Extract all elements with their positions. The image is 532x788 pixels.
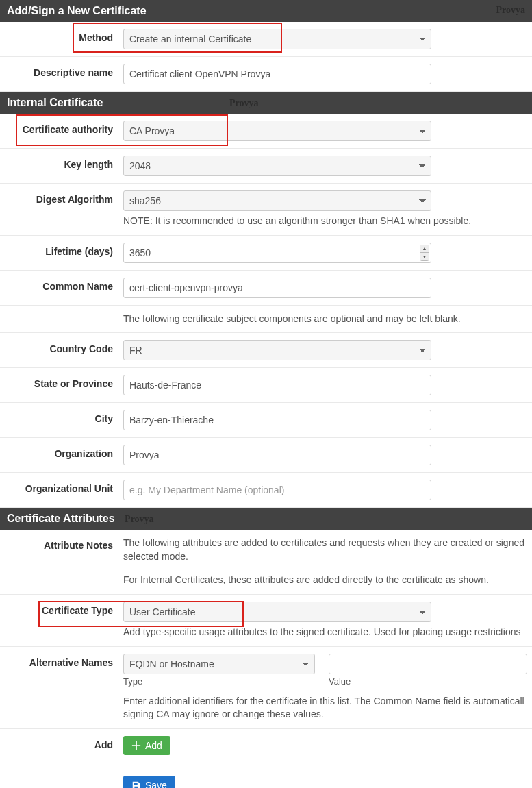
- add-button-label: Add: [145, 740, 162, 751]
- watermark: Provya: [125, 514, 154, 524]
- label-common-name: Common Name: [0, 278, 123, 292]
- attr-notes-2: For Internal Certificates, these attribu…: [123, 574, 525, 587]
- watermark: Provya: [496, 5, 525, 16]
- alt-names-type-label: Type: [123, 676, 315, 687]
- panel-title: Certificate Attributes: [7, 513, 115, 524]
- subject-note: The following certificate subject compon…: [123, 312, 525, 326]
- label-digest: Digest Algorithm: [0, 190, 123, 205]
- cert-type-select[interactable]: User Certificate: [123, 602, 431, 622]
- alt-names-value-input[interactable]: [329, 654, 527, 674]
- country-select[interactable]: FR: [123, 340, 431, 360]
- label-cert-type: Certificate Type: [0, 602, 123, 616]
- add-button[interactable]: Add: [123, 736, 170, 755]
- label-ou: Organizational Unit: [0, 480, 123, 494]
- label-key-length: Key length: [0, 156, 123, 170]
- city-input[interactable]: [123, 410, 431, 430]
- cert-type-note: Add type-specific usage attributes to th…: [123, 626, 525, 639]
- label-empty: [0, 776, 123, 779]
- save-button-label: Save: [145, 780, 167, 788]
- panel-header-internal: Internal Certificate Provya: [0, 92, 532, 114]
- common-name-input[interactable]: [123, 278, 431, 298]
- label-method: Method: [0, 29, 123, 43]
- label-alt-names: Alternative Names: [0, 654, 123, 668]
- panel-title: Add/Sign a New Certificate: [7, 5, 147, 16]
- label-country: Country Code: [0, 340, 123, 354]
- label-org: Organization: [0, 445, 123, 459]
- org-input[interactable]: [123, 445, 431, 465]
- lifetime-spinner[interactable]: ▲▼: [420, 245, 429, 261]
- save-button[interactable]: Save: [123, 776, 175, 788]
- descriptive-name-input[interactable]: [123, 64, 431, 84]
- label-lifetime: Lifetime (days): [0, 243, 123, 257]
- attr-notes-1: The following attributes are added to ce…: [123, 537, 525, 563]
- ou-input[interactable]: [123, 480, 431, 500]
- label-empty: [0, 312, 123, 316]
- lifetime-input[interactable]: [123, 243, 431, 263]
- label-ca: Certificate authority: [0, 121, 123, 135]
- alt-names-type-select[interactable]: FQDN or Hostname: [123, 654, 315, 674]
- state-input[interactable]: [123, 375, 431, 395]
- ca-select[interactable]: CA Provya: [123, 121, 431, 141]
- digest-note: NOTE: It is recommended to use an algori…: [123, 214, 525, 228]
- save-icon: [131, 780, 141, 788]
- digest-select[interactable]: sha256: [123, 190, 431, 211]
- alt-names-value-label: Value: [329, 676, 527, 687]
- label-state: State or Province: [0, 375, 123, 389]
- label-attr-notes: Attribute Notes: [0, 537, 123, 551]
- panel-title: Internal Certificate: [7, 97, 103, 108]
- label-descriptive-name: Descriptive name: [0, 64, 123, 78]
- method-select[interactable]: Create an internal Certificate: [123, 29, 431, 49]
- key-length-select[interactable]: 2048: [123, 156, 431, 176]
- alt-names-note: Enter additional identifiers for the cer…: [123, 695, 527, 722]
- plus-icon: [131, 741, 141, 750]
- label-city: City: [0, 410, 123, 424]
- panel-header-add-sign: Add/Sign a New Certificate Provya: [0, 0, 532, 22]
- watermark: Provya: [229, 98, 259, 108]
- label-add: Add: [0, 736, 123, 750]
- panel-header-attributes: Certificate Attributes Provya: [0, 508, 532, 530]
